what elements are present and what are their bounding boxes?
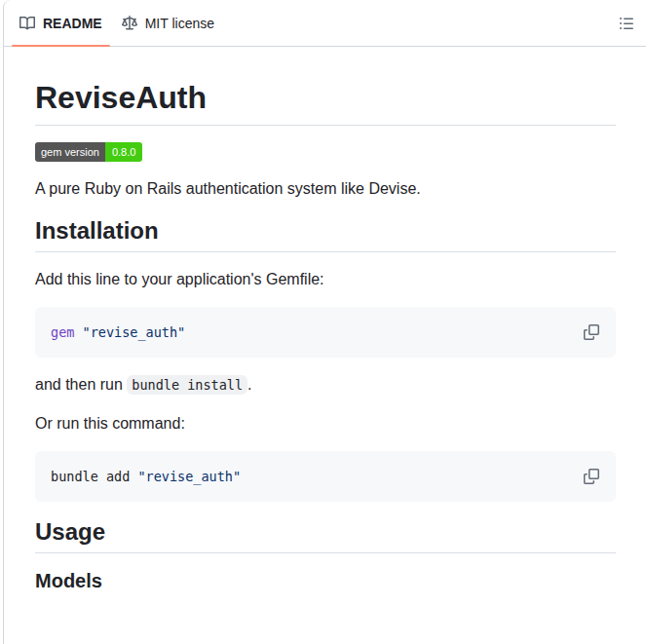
page-title: ReviseAuth (35, 78, 616, 126)
header-spacer (224, 0, 607, 46)
code-string: "revise_auth" (137, 469, 241, 484)
list-unordered-icon (619, 16, 634, 31)
tab-mit-license[interactable]: MIT license (112, 0, 224, 46)
run-prefix: and then run (35, 376, 123, 393)
models-heading: Models (35, 569, 616, 593)
copy-icon (584, 324, 599, 340)
law-icon (122, 16, 137, 31)
gem-version-badge[interactable]: gem version0.8.0 (35, 142, 142, 162)
readme-tab-bar: README MIT license (4, 0, 646, 47)
copy-icon (584, 469, 599, 484)
code-plain: bundle add (51, 469, 130, 484)
copy-button[interactable] (584, 468, 601, 485)
tab-readme-label: README (43, 16, 102, 31)
inline-code-bundle-install: bundle install (127, 375, 247, 395)
intro-paragraph: A pure Ruby on Rails authentication syst… (35, 177, 616, 201)
code-bundle-add: bundle add "revise_auth" (51, 467, 600, 486)
tab-readme[interactable]: README (10, 0, 112, 46)
run-suffix: . (247, 376, 251, 393)
copy-button[interactable] (584, 323, 601, 341)
code-string: "revise_auth" (83, 324, 186, 340)
gemfile-paragraph: Add this line to your application's Gemf… (35, 268, 616, 291)
outline-button[interactable] (607, 0, 646, 46)
active-tab-underline (12, 45, 110, 47)
bundle-install-paragraph: and then run bundle install. (35, 373, 616, 397)
badge-value: 0.8.0 (105, 142, 142, 162)
code-keyword: gem (51, 324, 74, 340)
badge-row: gem version0.8.0 (35, 141, 616, 162)
code-block-bundle-add: bundle add "revise_auth" (35, 451, 616, 502)
book-icon (19, 16, 35, 31)
readme-content: ReviseAuth gem version0.8.0 A pure Ruby … (4, 47, 646, 640)
installation-heading: Installation (35, 216, 616, 252)
code-block-gemfile: gem "revise_auth" (35, 307, 616, 358)
readme-panel: README MIT license ReviseAuth gem versio… (3, 0, 646, 644)
or-command-paragraph: Or run this command: (35, 412, 616, 436)
tab-mit-license-label: MIT license (145, 16, 214, 31)
code-gemfile: gem "revise_auth" (51, 322, 600, 342)
badge-label: gem version (35, 142, 105, 162)
usage-heading: Usage (35, 517, 616, 553)
